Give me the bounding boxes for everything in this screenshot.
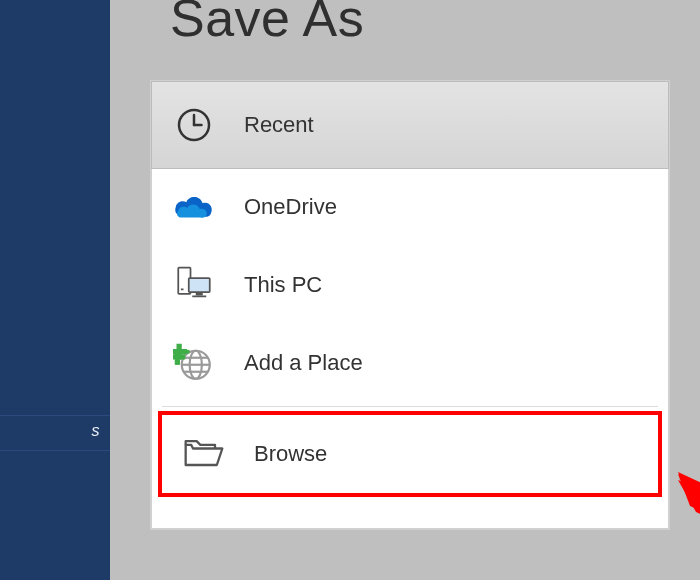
location-onedrive[interactable]: OneDrive xyxy=(152,168,668,246)
svg-marker-21 xyxy=(678,478,700,578)
svg-marker-23 xyxy=(678,464,700,580)
backstage-area: Save As Recent OneDrive xyxy=(110,0,700,580)
sidebar-item-fragment[interactable]: s xyxy=(0,422,100,440)
svg-rect-6 xyxy=(196,292,203,296)
list-item-label: OneDrive xyxy=(244,194,337,220)
location-add-a-place[interactable]: Add a Place xyxy=(152,324,668,402)
divider xyxy=(162,406,658,407)
page-title: Save As xyxy=(170,0,364,48)
svg-rect-5 xyxy=(189,278,210,292)
list-item-label: Browse xyxy=(254,441,327,467)
svg-marker-24 xyxy=(678,470,700,580)
annotation-arrow-icon xyxy=(678,460,700,580)
svg-marker-20 xyxy=(678,480,700,580)
svg-rect-18 xyxy=(173,349,187,354)
list-item-label: Recent xyxy=(244,112,314,138)
save-locations-panel: Recent OneDrive This PC xyxy=(150,80,670,530)
clock-icon xyxy=(170,101,218,149)
sidebar-separator xyxy=(0,415,110,416)
svg-marker-22 xyxy=(680,476,700,578)
location-browse[interactable]: Browse xyxy=(158,411,662,497)
add-place-globe-icon xyxy=(170,339,218,387)
svg-rect-7 xyxy=(192,296,206,298)
folder-open-icon xyxy=(180,430,228,478)
location-recent[interactable]: Recent xyxy=(151,81,669,169)
svg-marker-19 xyxy=(678,480,700,580)
list-item-label: Add a Place xyxy=(244,350,363,376)
svg-rect-4 xyxy=(181,289,184,291)
office-backstage-sidebar: s xyxy=(0,0,110,580)
this-pc-icon xyxy=(170,261,218,309)
list-item-label: This PC xyxy=(244,272,322,298)
sidebar-separator xyxy=(0,450,110,451)
onedrive-cloud-icon xyxy=(170,183,218,231)
annotation-arrow-icon xyxy=(678,460,700,580)
location-this-pc[interactable]: This PC xyxy=(152,246,668,324)
